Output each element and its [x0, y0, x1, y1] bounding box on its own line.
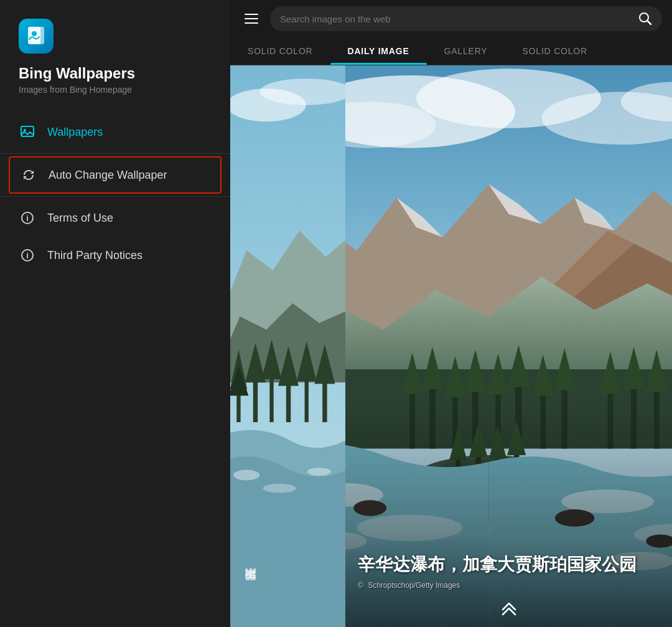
auto-change-label: Auto Change Wallpaper	[49, 169, 167, 182]
wallpaper-main: 辛华达瀑布，加拿大贾斯珀国家公园 © Schroptschop/Getty Im…	[345, 65, 672, 627]
hamburger-line-1	[245, 14, 258, 15]
svg-point-28	[263, 484, 296, 493]
hamburger-line-3	[245, 22, 258, 24]
copyright-symbol: ©	[358, 581, 363, 590]
hamburger-button[interactable]	[240, 7, 263, 30]
credit-text: Schroptschop/Getty Images	[368, 581, 460, 590]
wallpaper-left: 斯珀国家	[230, 65, 345, 627]
tab-gallery[interactable]: GALLERY	[427, 37, 505, 65]
info-icon-third-party: i	[19, 247, 36, 264]
third-party-label: Third Party Notices	[47, 249, 142, 262]
main-content: SOLID COLOR DAILY IMAGE GALLERY SOLID CO…	[230, 0, 672, 627]
svg-text:i: i	[26, 251, 29, 260]
app-title: Bing Wallpapers	[19, 65, 212, 82]
svg-text:i: i	[26, 214, 29, 223]
tab-solid-color-left[interactable]: SOLID COLOR	[230, 37, 330, 65]
content-area: 斯珀国家	[230, 65, 672, 627]
top-bar	[230, 0, 672, 37]
tabs-row: SOLID COLOR DAILY IMAGE GALLERY SOLID CO…	[230, 37, 672, 65]
svg-line-10	[648, 21, 651, 25]
svg-rect-17	[253, 376, 258, 422]
nav-divider-2	[0, 196, 230, 197]
svg-point-29	[307, 468, 331, 476]
search-input[interactable]	[280, 14, 632, 24]
svg-rect-23	[305, 375, 309, 422]
svg-rect-88	[345, 65, 672, 627]
scroll-up-button[interactable]	[497, 593, 521, 618]
svg-point-27	[233, 469, 259, 480]
sidebar-item-wallpapers[interactable]: Wallpapers	[0, 113, 230, 151]
sidebar-item-terms[interactable]: i Terms of Use	[0, 199, 230, 237]
sidebar-nav: Wallpapers Auto Change Wallpaper i Te	[0, 113, 230, 627]
sidebar-item-third-party[interactable]: i Third Party Notices	[0, 237, 230, 274]
svg-rect-25	[322, 377, 327, 422]
caption-overlay: 辛华达瀑布，加拿大贾斯珀国家公园 © Schroptschop/Getty Im…	[358, 554, 660, 590]
caption-credit: © Schroptschop/Getty Images	[358, 581, 660, 590]
sidebar-header: Bing Wallpapers Images from Bing Homepag…	[0, 0, 230, 107]
refresh-icon	[20, 166, 37, 184]
wallpapers-label: Wallpapers	[47, 126, 103, 139]
app-subtitle: Images from Bing Homepage	[19, 85, 212, 95]
tab-daily-image[interactable]: DAILY IMAGE	[330, 37, 427, 65]
image-icon	[19, 123, 36, 141]
nav-divider-1	[0, 153, 230, 154]
sidebar-item-auto-change[interactable]: Auto Change Wallpaper	[9, 156, 222, 194]
caption-title: 辛华达瀑布，加拿大贾斯珀国家公园	[358, 554, 660, 576]
svg-rect-19	[269, 372, 273, 422]
tab-solid-color-right[interactable]: SOLID COLOR	[505, 37, 605, 65]
search-button[interactable]	[638, 12, 652, 26]
sidebar: Bing Wallpapers Images from Bing Homepag…	[0, 0, 230, 627]
svg-point-2	[32, 31, 37, 36]
hamburger-line-2	[245, 18, 258, 19]
search-bar	[270, 6, 662, 31]
app-logo	[19, 19, 54, 54]
terms-label: Terms of Use	[47, 212, 113, 225]
info-icon-terms: i	[19, 209, 36, 227]
